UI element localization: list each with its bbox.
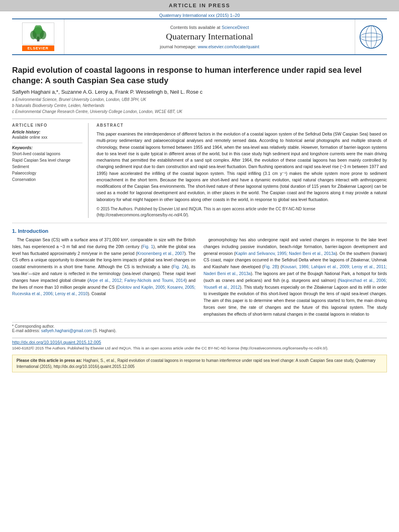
affiliation-b: b Naturalis Biodiversity Centre, Leiden,… <box>12 103 387 109</box>
body-col-right: geomorphology has also undergone rapid a… <box>204 236 387 320</box>
corresponding-label: * Corresponding author. <box>12 324 387 329</box>
article-info-heading: ARTICLE INFO <box>12 123 82 127</box>
journal-homepage-line: journal homepage: www.elsevier.com/locat… <box>160 44 259 49</box>
keyword-3: Palaeocology <box>12 170 82 177</box>
citation-prefix: Please cite this article in press as: <box>16 358 82 363</box>
sciencedirect-link[interactable]: ScienceDirect <box>222 25 249 30</box>
keyword-2: Sediment <box>12 164 82 170</box>
intro-heading: 1. Introduction <box>12 228 387 234</box>
journal-ref-text: Quaternary International xxx (2015) 1–20 <box>159 13 240 18</box>
corresponding-note: * Corresponding author. E-mail address: … <box>12 322 387 333</box>
history-value: Available online xxx <box>12 135 82 140</box>
section-title: Introduction <box>18 228 48 234</box>
email-link[interactable]: safiyeh.haghani@gmail.com <box>41 329 92 333</box>
copyright-line: © 2015 The Authors. Published by Elsevie… <box>97 206 387 218</box>
abstract-heading: ABSTRACT <box>97 123 387 127</box>
journal-ref-line: Quaternary International xxx (2015) 1–20 <box>0 11 399 18</box>
homepage-link[interactable]: www.elsevier.com/locate/quaint <box>198 44 259 49</box>
introduction-section: 1. Introduction The Caspian Sea (CS) wit… <box>12 228 387 320</box>
authors-text: Safiyeh Haghani a,*, Suzanne A.G. Leroy … <box>12 89 203 95</box>
issn-line: 1040-6182/© 2015 The Authors. Published … <box>12 345 387 351</box>
elsevier-logo-box: ELSEVIER <box>22 23 54 51</box>
citation-box: Please cite this article in press as: Ha… <box>12 355 387 372</box>
naqinezhad-link[interactable]: Naqinezhad et al., 2006; Yousefi et al.,… <box>204 278 387 290</box>
journal-header: ELSEVIER Contents lists available at Sci… <box>12 18 387 55</box>
header-right <box>355 19 387 54</box>
section-divider <box>12 223 387 223</box>
homepage-text: journal homepage: <box>160 44 196 49</box>
article-in-press-banner: ARTICLE IN PRESS <box>0 0 399 11</box>
elsevier-wordmark: ELSEVIER <box>22 45 54 51</box>
affiliations: a Environmental Science, Brunel Universi… <box>12 97 387 115</box>
email-name-note: (S. Haghani). <box>93 329 117 333</box>
keyword-4: Conservation <box>12 177 82 183</box>
sciencedirect-line: Contents lists available at ScienceDirec… <box>170 25 249 30</box>
keyword-1: Rapid Caspian Sea level change <box>12 157 82 164</box>
history-label: Article history: <box>12 130 82 134</box>
article-title: Rapid evolution of coastal lagoons in re… <box>12 65 387 86</box>
header-center: Contents lists available at ScienceDirec… <box>64 19 355 54</box>
body-two-col: The Caspian Sea (CS) with a surface area… <box>12 236 387 320</box>
banner-text: ARTICLE IN PRESS <box>169 2 230 8</box>
journal-title: Quaternary International <box>166 31 253 42</box>
fig2a-link[interactable]: Fig. 2A <box>173 264 187 269</box>
affiliation-a: a Environmental Science, Brunel Universi… <box>12 97 387 103</box>
keyword-0: Short-lived coastal lagoons <box>12 151 82 157</box>
intro-para-1: The Caspian Sea (CS) with a surface area… <box>12 236 195 297</box>
dolotov-link[interactable]: Dolotov and Kaplin, 2005; Kosarev, 2005;… <box>12 285 195 296</box>
keywords-label: Keywords: <box>12 146 82 150</box>
doi-link[interactable]: http://dx.doi.org/10.1016/j.quaint.2015.… <box>12 340 387 345</box>
kaplin-link[interactable]: Kaplin and Selivanov, 1995; Naderi Beni … <box>235 251 335 256</box>
body-col-left: The Caspian Sea (CS) with a surface area… <box>12 236 195 320</box>
email-label: E-mail address: <box>12 329 40 333</box>
article-info-col: ARTICLE INFO Article history: Available … <box>12 123 88 218</box>
sciencedirect-prefix: Contents lists available at <box>170 25 220 30</box>
elsevier-logo-top <box>22 23 54 45</box>
fig2b-link[interactable]: Fig. 2B <box>264 264 278 269</box>
kousari-link[interactable]: Kousari, 1986; Lahijani et al., 2009; Le… <box>204 264 387 276</box>
authors-line: Safiyeh Haghani a,*, Suzanne A.G. Leroy … <box>12 89 387 95</box>
page: ARTICLE IN PRESS Quaternary Internationa… <box>0 0 399 532</box>
email-line: E-mail address: safiyeh.haghani@gmail.co… <box>12 329 387 333</box>
section-number: 1. <box>12 228 18 234</box>
abstract-col: ABSTRACT This paper examines the interde… <box>97 123 387 218</box>
abstract-text: This paper examines the interdependence … <box>97 131 387 203</box>
globe-icon <box>359 25 383 49</box>
article-content: Rapid evolution of coastal lagoons in re… <box>0 55 399 376</box>
keywords-section: Keywords: Short-lived coastal lagoons Ra… <box>12 143 82 183</box>
kroonenberg-link[interactable]: Kroonenberg et al., 2007 <box>137 251 184 256</box>
header-left: ELSEVIER <box>12 19 64 54</box>
info-abstract-section: ARTICLE INFO Article history: Available … <box>12 119 387 218</box>
arpe-link[interactable]: Arpe et al., 2012; Farley-Nichols and To… <box>89 278 185 283</box>
intro-para-2: geomorphology has also undergone rapid a… <box>204 236 387 318</box>
fig1-link[interactable]: Fig. 1 <box>142 244 153 249</box>
footer-links: http://dx.doi.org/10.1016/j.quaint.2015.… <box>12 338 387 351</box>
affiliation-c: c Environmental Change Research Centre, … <box>12 109 387 115</box>
